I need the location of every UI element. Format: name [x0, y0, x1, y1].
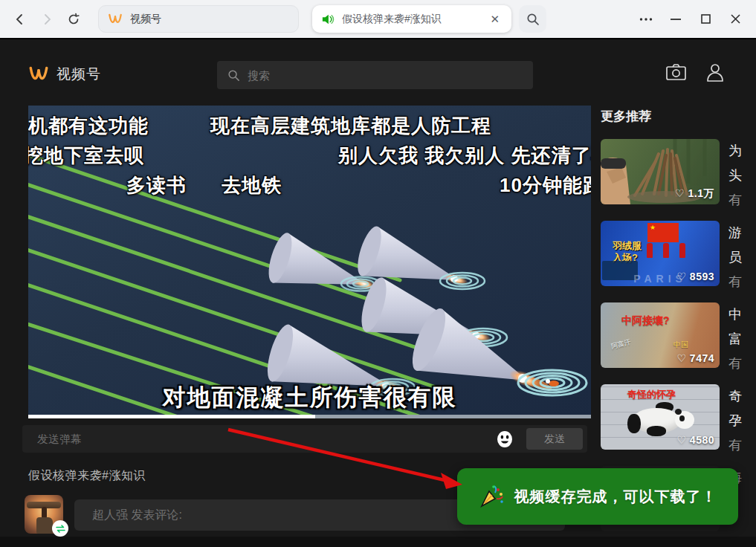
video-thumbnail[interactable]: 羽绒服入场? PARIS ♡ 8593 — [601, 221, 720, 286]
danmaku-input-bar: 发送 — [22, 425, 587, 453]
tab-video-active[interactable]: 假设核弹来袭#涨知识 ✕ — [312, 5, 511, 33]
video-player[interactable]: 机都有这功能 现在高层建筑地库都是人防工程 挖地下室去呗 别人欠我 我欠别人 先… — [28, 106, 591, 418]
likes-count: ♡ 8593 — [676, 271, 714, 282]
tab-audio-speaker-icon — [321, 13, 335, 25]
danmaku-input[interactable] — [22, 433, 495, 445]
progress-played — [28, 415, 315, 418]
danmaku-comment: 10分钟能跑 — [500, 172, 591, 198]
search-icon — [526, 13, 540, 26]
recommended-video-item[interactable]: ♡ 1.1万 为头有 — [601, 139, 748, 213]
warhead-cones — [262, 224, 587, 395]
window-controls — [631, 7, 756, 32]
party-popper-icon — [479, 484, 504, 509]
brand-label: 视频号 — [56, 65, 101, 84]
video-thumbnail[interactable]: 中阿接壤? 阿富汗 中国 ♡ 7474 — [601, 302, 720, 368]
video-item-text: 游员有 — [728, 221, 748, 294]
search-icon — [227, 69, 240, 82]
video-title: 假设核弹来袭#涨知识 — [28, 468, 146, 484]
video-progress-bar[interactable] — [28, 415, 591, 418]
recommended-video-item[interactable]: 中阿接壤? 阿富汗 中国 ♡ 7474 中富有 — [601, 302, 748, 376]
video-item-text: 为头有 — [728, 139, 748, 213]
tab-video-label: 假设核弹来袭#涨知识 — [342, 13, 487, 26]
download-ready-toast[interactable]: 视频缓存完成，可以下载了！ — [457, 468, 738, 525]
reload-icon — [67, 13, 80, 26]
map-label-china: 中国 — [673, 340, 688, 350]
danmaku-comment: 现在高层建筑地库都是人防工程 — [210, 113, 491, 139]
ellipsis-icon — [639, 17, 653, 22]
danmaku-comment: 去地铁 — [222, 172, 282, 198]
tab-close-icon[interactable]: ✕ — [487, 11, 503, 27]
video-item-text: 中富有 — [728, 302, 748, 376]
bottom-strip — [0, 537, 756, 547]
danmaku-comment: 多读书 — [126, 172, 187, 198]
comment-bar — [25, 495, 63, 534]
search-input[interactable] — [248, 69, 533, 82]
tab-home-label: 视频号 — [130, 13, 289, 26]
emoji-icon[interactable] — [495, 430, 514, 449]
video-subtitle: 对地面混凝土所伤害很有限 — [28, 382, 591, 413]
browser-chrome-bar: 视频号 假设核弹来袭#涨知识 ✕ — [0, 0, 756, 39]
toast-message: 视频缓存完成，可以下载了！ — [514, 487, 717, 507]
switch-account-badge[interactable] — [52, 520, 68, 537]
reload-button[interactable] — [62, 8, 85, 30]
danmaku-comment: 机都有这功能 — [28, 113, 149, 139]
tab-search-button[interactable] — [519, 5, 546, 33]
channels-logo-icon — [28, 65, 49, 83]
swap-arrows-icon — [56, 525, 65, 533]
minimize-button[interactable] — [661, 7, 691, 32]
header-actions — [666, 63, 725, 82]
video-thumbnail[interactable]: 奇怪的怀孕 ♡ 4580 — [601, 384, 720, 450]
channels-logo-icon — [108, 13, 123, 26]
tab-home[interactable]: 视频号 — [98, 5, 299, 33]
likes-count: ♡ 4580 — [676, 434, 714, 446]
maximize-button[interactable] — [691, 7, 720, 32]
recommended-video-item[interactable]: 奇怪的怀孕 ♡ 4580 奇孕有 — [601, 384, 748, 458]
forward-icon — [41, 13, 53, 25]
close-window-button[interactable] — [720, 7, 750, 32]
sidebar-heading: 更多推荐 — [601, 108, 651, 125]
video-thumbnail[interactable]: ♡ 1.1万 — [601, 139, 720, 204]
forward-button[interactable] — [36, 8, 58, 30]
danmaku-comment: 别人欠我 我欠别人 先还清了再 — [338, 143, 591, 169]
china-flag — [647, 223, 679, 242]
likes-count: ♡ 1.1万 — [675, 187, 714, 201]
thumbnail-caption: 中阿接壤? — [621, 314, 670, 328]
app-header: 视频号 — [0, 41, 756, 104]
thumbnail-caption: 奇怪的怀孕 — [627, 388, 676, 401]
minimize-icon — [671, 18, 681, 21]
recommended-video-item[interactable]: 羽绒服入场? PARIS ♡ 8593 游员有 — [601, 221, 748, 294]
send-danmaku-button[interactable]: 发送 — [526, 428, 583, 450]
maximize-icon — [701, 14, 711, 24]
wechat-channels-window: 视频号 假设核弹来袭#涨知识 ✕ — [0, 0, 756, 547]
danmaku-comment: 挖地下室去呗 — [28, 143, 144, 169]
back-button[interactable] — [9, 8, 31, 30]
more-menu-button[interactable] — [631, 7, 661, 32]
search-box[interactable] — [217, 61, 533, 89]
camera-icon[interactable] — [666, 63, 686, 80]
profile-icon[interactable] — [705, 63, 725, 82]
map-label-afghanistan: 阿富汗 — [610, 337, 632, 352]
brand: 视频号 — [28, 65, 101, 84]
back-icon — [14, 13, 26, 25]
close-icon — [731, 14, 740, 24]
likes-count: ♡ 7474 — [676, 352, 714, 364]
video-item-text: 奇孕有 — [728, 384, 748, 458]
